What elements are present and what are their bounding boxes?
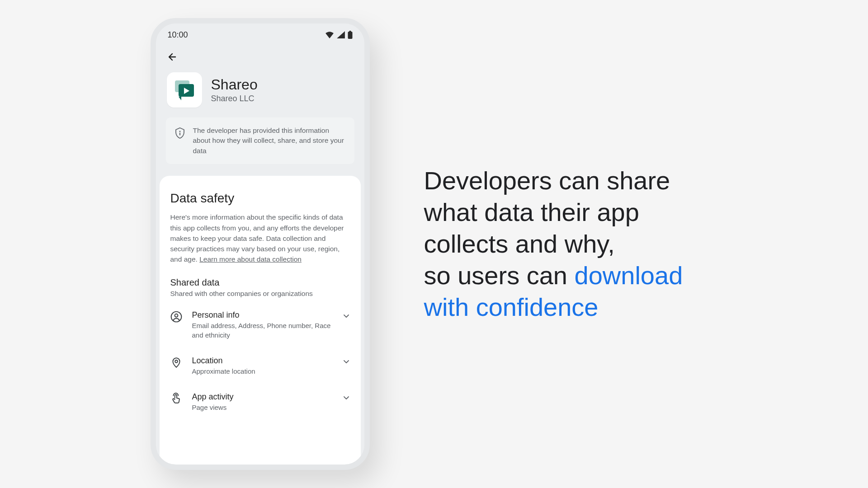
info-banner: The developer has provided this informat… <box>166 117 354 164</box>
copy-line-1: Developers can share what data their app… <box>424 166 670 258</box>
app-developer[interactable]: Shareo LLC <box>211 94 258 103</box>
svg-point-4 <box>179 131 180 132</box>
svg-point-7 <box>175 314 178 317</box>
marketing-copy: Developers can share what data their app… <box>424 165 718 323</box>
wifi-icon <box>325 31 334 38</box>
shareo-logo-icon <box>172 78 197 102</box>
app-name: Shareo <box>211 76 258 93</box>
phone-frame: 10:00 <box>151 18 370 470</box>
card-title: Data safety <box>170 191 350 206</box>
data-item-personal-info[interactable]: Personal info Email address, Address, Ph… <box>170 302 350 348</box>
app-header: Shareo Shareo LLC <box>156 72 364 117</box>
svg-rect-5 <box>179 133 180 136</box>
chevron-down-icon <box>343 358 350 367</box>
item-title: Location <box>192 356 333 366</box>
copy-line-2-prefix: so users can <box>424 261 575 290</box>
chevron-down-icon <box>343 394 350 403</box>
item-subtitle: Page views <box>192 403 333 412</box>
shield-icon <box>175 127 185 141</box>
status-icons <box>325 31 353 39</box>
item-subtitle: Approximate location <box>192 366 333 376</box>
data-safety-card: Data safety Here's more information abou… <box>160 176 361 465</box>
person-icon <box>170 311 182 324</box>
card-description: Here's more information about the specif… <box>170 212 350 264</box>
svg-point-8 <box>175 360 178 363</box>
arrow-left-icon <box>167 52 178 62</box>
learn-more-link[interactable]: Learn more about data collection <box>199 255 302 263</box>
battery-icon <box>348 31 353 39</box>
chevron-down-icon <box>343 312 350 321</box>
status-bar: 10:00 <box>156 23 364 46</box>
svg-rect-0 <box>348 32 352 39</box>
location-icon <box>170 357 182 370</box>
app-icon <box>167 72 202 108</box>
phone-screen: 10:00 <box>156 23 364 465</box>
data-item-location[interactable]: Location Approximate location <box>170 348 350 384</box>
banner-text: The developer has provided this informat… <box>193 126 345 156</box>
back-button[interactable] <box>165 50 179 64</box>
data-item-app-activity[interactable]: App activity Page views <box>170 384 350 420</box>
item-subtitle: Email address, Address, Phone number, Ra… <box>192 321 333 340</box>
touch-icon <box>170 393 182 406</box>
signal-icon <box>337 31 345 38</box>
item-title: Personal info <box>192 310 333 320</box>
status-time: 10:00 <box>168 30 188 40</box>
item-title: App activity <box>192 392 333 402</box>
shared-data-heading: Shared data <box>170 277 350 288</box>
shared-data-subheading: Shared with other companies or organizat… <box>170 290 350 298</box>
svg-rect-1 <box>349 31 351 32</box>
